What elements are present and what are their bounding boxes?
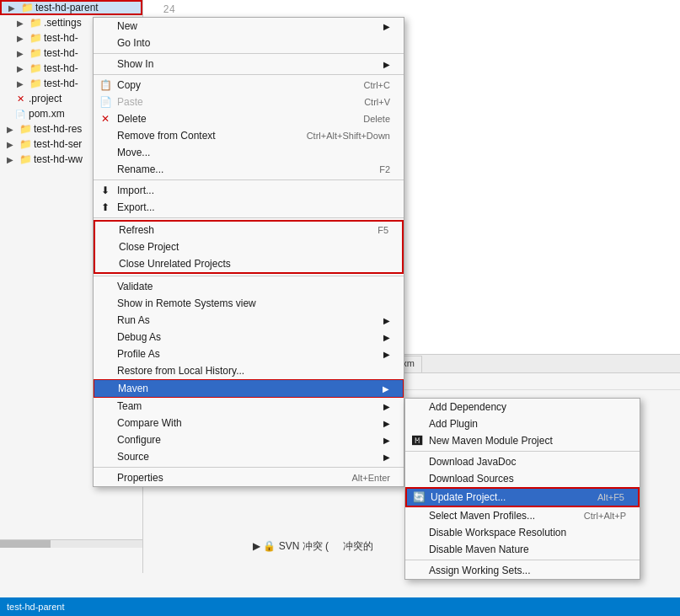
folder-icon: 📁: [29, 77, 42, 90]
submenu-item-update-project[interactable]: 🔄 Update Project... Alt+F5: [405, 487, 640, 507]
menu-item-run-as[interactable]: Run As ▶: [94, 312, 404, 329]
submenu-item-add-dependency[interactable]: Add Dependency: [405, 399, 640, 415]
menu-item-show-remote[interactable]: Show in Remote Systems view: [94, 295, 404, 312]
submenu-item-label: Disable Workspace Resolution: [429, 527, 566, 538]
delete-icon: ✕: [99, 112, 112, 126]
tree-item-test-hd-parent[interactable]: ▶ 📁 test-hd-parent: [0, 0, 142, 15]
submenu-item-label: Disable Maven Nature: [429, 544, 529, 555]
folder-icon: 📁: [19, 122, 32, 136]
menu-item-import[interactable]: ⬇ Import...: [94, 182, 404, 199]
submenu-item-label: Update Project...: [431, 491, 506, 503]
shortcut-label: Delete: [363, 114, 390, 124]
submenu-item-label: Download JavaDoc: [429, 456, 516, 468]
tree-item-label: test-hd-: [44, 32, 78, 44]
menu-item-label: Properties: [117, 472, 163, 484]
expand-icon: ▶: [13, 62, 27, 75]
file-icon: ✕: [13, 92, 27, 105]
menu-item-label: Validate: [117, 281, 153, 292]
context-menu: New ▶ Go Into Show In ▶ 📋 Copy Ctrl+C 📄 …: [93, 17, 404, 487]
menu-item-label: Import...: [117, 185, 154, 196]
menu-item-label: Show in Remote Systems view: [117, 297, 256, 309]
submenu-item-label: New Maven Module Project: [429, 435, 553, 447]
menu-item-show-in[interactable]: Show In ▶: [94, 56, 404, 72]
submenu-item-assign-working-sets[interactable]: Assign Working Sets...: [405, 562, 640, 579]
expand-icon: ▶: [13, 31, 27, 45]
menu-item-label: Close Unrelated Projects: [119, 258, 231, 270]
submenu-item-add-plugin[interactable]: Add Plugin: [405, 415, 640, 432]
folder-icon: 📁: [29, 31, 42, 45]
maven-submenu: Add Dependency Add Plugin 🅼 New Maven Mo…: [404, 398, 640, 580]
submenu-item-download-sources[interactable]: Download Sources: [405, 470, 640, 487]
shortcut-label: Alt+F5: [597, 492, 624, 502]
menu-item-restore-history[interactable]: Restore from Local History...: [94, 362, 404, 379]
submenu-item-disable-maven[interactable]: Disable Maven Nature: [405, 541, 640, 558]
shortcut-label: Alt+Enter: [351, 473, 390, 483]
tree-item-label: test-hd-res: [34, 123, 82, 135]
menu-item-label: Show In: [117, 58, 153, 70]
menu-item-maven[interactable]: Maven ▶: [94, 379, 404, 398]
menu-item-compare-with[interactable]: Compare With ▶: [94, 415, 404, 431]
menu-item-label: Go Into: [117, 37, 150, 49]
status-text: test-hd-parent: [7, 602, 64, 612]
menu-item-source[interactable]: Source ▶: [94, 448, 404, 465]
submenu-arrow: ▶: [383, 60, 390, 69]
menu-separator: [94, 217, 404, 218]
tree-item-label: .settings: [44, 17, 82, 29]
maven-module-icon: 🅼: [410, 434, 424, 447]
shortcut-label: Ctrl+C: [364, 80, 390, 90]
menu-item-properties[interactable]: Properties Alt+Enter: [94, 469, 404, 486]
menu-item-label: Close Project: [119, 241, 179, 253]
menu-item-team[interactable]: Team ▶: [94, 398, 404, 415]
menu-separator: [94, 53, 404, 54]
tree-item-label: test-hd-parent: [35, 2, 99, 13]
menu-item-label: Remove from Context: [117, 130, 216, 142]
menu-item-move[interactable]: Move...: [94, 144, 404, 161]
expand-icon: ▶: [5, 1, 19, 14]
menu-item-delete[interactable]: ✕ Delete Delete: [94, 110, 404, 127]
submenu-item-new-maven-module[interactable]: 🅼 New Maven Module Project: [405, 432, 640, 449]
update-project-icon: 🔄: [412, 490, 426, 504]
expand-icon: ▶: [13, 16, 27, 29]
menu-item-label: Delete: [117, 113, 147, 125]
menu-item-copy[interactable]: 📋 Copy Ctrl+C: [94, 77, 404, 94]
menu-item-label: Export...: [117, 201, 155, 213]
menu-item-new[interactable]: New ▶: [94, 18, 404, 35]
submenu-item-download-javadoc[interactable]: Download JavaDoc: [405, 453, 640, 470]
menu-item-close-project[interactable]: Close Project: [95, 238, 402, 255]
folder-icon: 📁: [19, 137, 32, 151]
menu-item-close-unrelated[interactable]: Close Unrelated Projects: [95, 255, 402, 272]
menu-item-remove-context[interactable]: Remove from Context Ctrl+Alt+Shift+Down: [94, 127, 404, 144]
submenu-arrow: ▶: [383, 453, 390, 462]
menu-item-paste[interactable]: 📄 Paste Ctrl+V: [94, 94, 404, 110]
submenu-arrow: ▶: [383, 436, 390, 445]
menu-item-profile-as[interactable]: Profile As ▶: [94, 345, 404, 362]
h-scrollbar[interactable]: [0, 539, 143, 548]
menu-item-label: Run As: [117, 314, 150, 326]
submenu-arrow: ▶: [383, 384, 389, 394]
submenu-item-select-profiles[interactable]: Select Maven Profiles... Ctrl+Alt+P: [405, 507, 640, 524]
menu-item-debug-as[interactable]: Debug As ▶: [94, 329, 404, 345]
menu-item-refresh[interactable]: Refresh F5: [95, 222, 402, 238]
tree-item-label: test-hd-ww: [34, 153, 83, 165]
menu-item-validate[interactable]: Validate: [94, 278, 404, 295]
tree-item-label: test-hd-ser: [34, 138, 82, 150]
expand-icon: ▶: [13, 46, 27, 60]
shortcut-label: F5: [377, 225, 388, 235]
shortcut-label: Ctrl+Alt+Shift+Down: [307, 131, 390, 141]
menu-item-configure[interactable]: Configure ▶: [94, 431, 404, 448]
menu-item-label: New: [117, 20, 137, 32]
code-line: 24: [150, 3, 673, 17]
menu-item-label: Refresh: [119, 224, 154, 236]
submenu-arrow: ▶: [383, 350, 390, 359]
menu-item-label: Source: [117, 451, 149, 463]
menu-item-rename[interactable]: Rename... F2: [94, 161, 404, 178]
menu-item-go-into[interactable]: Go Into: [94, 35, 404, 51]
folder-icon: 📁: [20, 1, 34, 14]
menu-item-export[interactable]: ⬆ Export...: [94, 199, 404, 216]
submenu-item-label: Assign Working Sets...: [429, 565, 531, 576]
folder-icon: 📁: [19, 153, 32, 166]
expand-icon: ▶: [3, 153, 17, 166]
shortcut-label: Ctrl+V: [364, 97, 390, 107]
submenu-item-disable-workspace[interactable]: Disable Workspace Resolution: [405, 524, 640, 541]
submenu-arrow: ▶: [383, 316, 390, 325]
